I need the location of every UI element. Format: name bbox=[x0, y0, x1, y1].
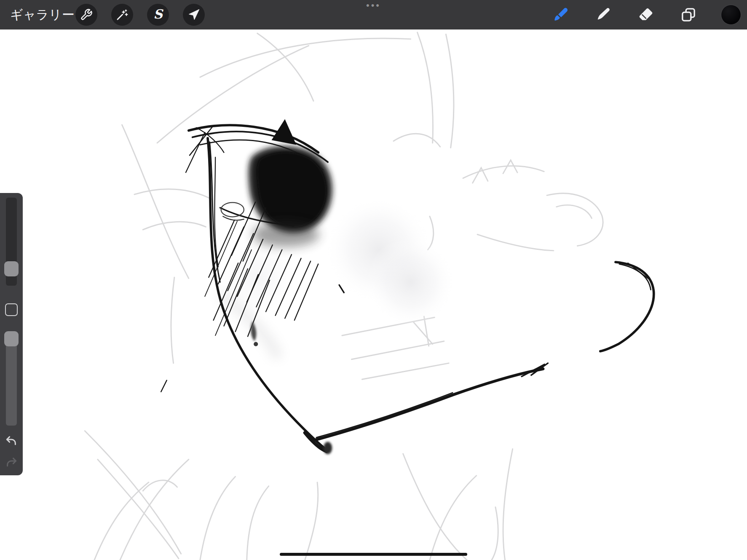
brush-size-handle[interactable] bbox=[4, 261, 19, 276]
top-toolbar: ギャラリー S ••• bbox=[0, 0, 747, 29]
smudge-icon bbox=[595, 6, 612, 23]
wrench-icon bbox=[80, 8, 93, 21]
brush-sidebar bbox=[0, 193, 23, 475]
left-tool-group: S bbox=[75, 4, 205, 26]
eraser-icon bbox=[637, 6, 654, 23]
home-indicator[interactable] bbox=[280, 553, 467, 556]
undo-button[interactable] bbox=[5, 434, 18, 447]
paintbrush-icon bbox=[552, 6, 569, 23]
eraser-tool-button[interactable] bbox=[635, 4, 657, 26]
color-swatch-button[interactable] bbox=[720, 4, 742, 26]
magic-wand-icon bbox=[116, 8, 129, 21]
opacity-slider[interactable] bbox=[6, 336, 17, 426]
right-tool-group bbox=[550, 4, 742, 26]
selection-s-icon: S bbox=[153, 8, 163, 21]
sketch-artwork bbox=[0, 29, 747, 560]
selection-button[interactable]: S bbox=[147, 4, 169, 26]
transform-button[interactable] bbox=[183, 4, 205, 26]
smudge-tool-button[interactable] bbox=[592, 4, 614, 26]
transform-arrow-icon bbox=[187, 8, 200, 21]
opacity-handle[interactable] bbox=[4, 331, 19, 346]
layers-button[interactable] bbox=[677, 4, 699, 26]
actions-button[interactable] bbox=[75, 4, 97, 26]
window-drag-handle[interactable]: ••• bbox=[366, 1, 381, 10]
sketch-guide-strokes bbox=[85, 32, 603, 560]
canvas[interactable] bbox=[0, 29, 747, 560]
undo-icon bbox=[5, 434, 18, 447]
current-color-swatch bbox=[721, 5, 741, 25]
modify-button[interactable] bbox=[5, 303, 18, 316]
redo-button[interactable] bbox=[5, 456, 18, 469]
layers-icon bbox=[680, 6, 697, 23]
adjustments-button[interactable] bbox=[111, 4, 133, 26]
gallery-button[interactable]: ギャラリー bbox=[10, 0, 75, 29]
redo-icon bbox=[5, 456, 18, 469]
paint-tool-button[interactable] bbox=[550, 4, 572, 26]
